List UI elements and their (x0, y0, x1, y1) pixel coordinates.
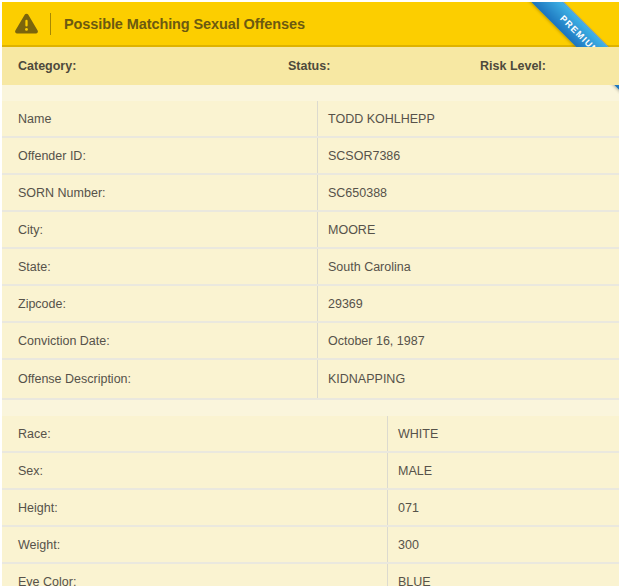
offense-report-card: Possible Matching Sexual Offenses PREMIU… (2, 2, 619, 586)
risk-level-label: Risk Level: (480, 47, 546, 85)
row-value: TODD KOHLHEPP (318, 101, 619, 136)
table-row: Zipcode: 29369 (2, 286, 619, 323)
offense-details-table: Name TODD KOHLHEPP Offender ID: SCSOR738… (2, 101, 619, 400)
row-value: WHITE (388, 416, 619, 451)
row-label: Sex: (2, 453, 388, 488)
table-row: Offender ID: SCSOR7386 (2, 138, 619, 175)
row-value: KIDNAPPING (318, 360, 619, 398)
row-label: City: (2, 212, 318, 247)
row-value: 300 (388, 527, 619, 562)
row-value: 29369 (318, 286, 619, 321)
table-row: Sex: MALE (2, 453, 619, 490)
table-row: State: South Carolina (2, 249, 619, 286)
table-row: Height: 071 (2, 490, 619, 527)
table-row: SORN Number: SC650388 (2, 175, 619, 212)
row-value: SC650388 (318, 175, 619, 210)
row-value: MALE (388, 453, 619, 488)
table-row: City: MOORE (2, 212, 619, 249)
warning-triangle-icon (15, 13, 38, 34)
category-label: Category: (18, 47, 76, 85)
row-value: October 16, 1987 (318, 323, 619, 358)
row-value: 071 (388, 490, 619, 525)
row-value: MOORE (318, 212, 619, 247)
row-label: Weight: (2, 527, 388, 562)
row-label: Height: (2, 490, 388, 525)
page-title: Possible Matching Sexual Offenses (64, 16, 305, 32)
header-divider (50, 13, 51, 35)
table-row: Eye Color: BLUE (2, 564, 619, 586)
table-row: Conviction Date: October 16, 1987 (2, 323, 619, 360)
row-label: Zipcode: (2, 286, 318, 321)
row-label: Race: (2, 416, 388, 451)
row-label: Name (2, 101, 318, 136)
table-row: Race: WHITE (2, 416, 619, 453)
physical-description-table: Race: WHITE Sex: MALE Height: 071 Weight… (2, 416, 619, 586)
row-value: BLUE (388, 564, 619, 586)
table-row: Weight: 300 (2, 527, 619, 564)
table-row: Offense Description: KIDNAPPING (2, 360, 619, 400)
status-label: Status: (288, 47, 330, 85)
summary-band: Category: Status: Risk Level: (2, 47, 619, 85)
row-label: Conviction Date: (2, 323, 318, 358)
row-value: South Carolina (318, 249, 619, 284)
table-row: Name TODD KOHLHEPP (2, 101, 619, 138)
row-label: Eye Color: (2, 564, 388, 586)
row-label: Offense Description: (2, 360, 318, 398)
row-label: Offender ID: (2, 138, 318, 173)
row-label: SORN Number: (2, 175, 318, 210)
row-value: SCSOR7386 (318, 138, 619, 173)
row-label: State: (2, 249, 318, 284)
